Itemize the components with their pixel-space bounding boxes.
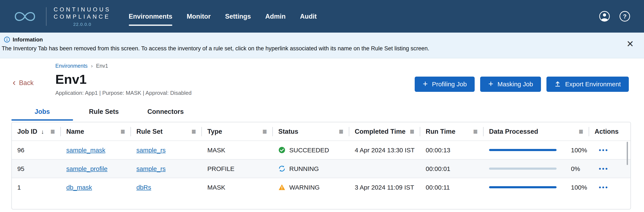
nav-item-monitor[interactable]: Monitor bbox=[187, 10, 211, 23]
rule-set-link[interactable]: sample_rs bbox=[136, 165, 166, 172]
export-environment-button[interactable]: Export Environment bbox=[547, 76, 629, 92]
row-actions-menu-button[interactable]: ••• bbox=[599, 165, 609, 172]
close-icon[interactable]: ✕ bbox=[626, 39, 634, 48]
tab-rule-sets[interactable]: Rule Sets bbox=[73, 105, 135, 121]
progress-bar bbox=[489, 186, 556, 188]
rule-set-link[interactable]: sample_rs bbox=[136, 146, 166, 154]
status-label: RUNNING bbox=[289, 165, 319, 172]
completed-time-cell: 4 Apr 2024 13:30 IST bbox=[349, 146, 420, 154]
table-row: 95 sample_profile sample_rs PROFILE RUNN… bbox=[12, 159, 630, 178]
plus-icon: + bbox=[423, 79, 428, 88]
column-header-data-processed[interactable]: Data Processed ≡ bbox=[484, 122, 589, 141]
type-cell: MASK bbox=[202, 146, 273, 154]
column-label: Job ID bbox=[17, 128, 37, 135]
column-menu-icon[interactable]: ≡ bbox=[262, 128, 267, 135]
row-actions-menu-button[interactable]: ••• bbox=[599, 147, 609, 153]
profiling-job-button[interactable]: + Profiling Job bbox=[415, 76, 475, 92]
upload-icon bbox=[555, 81, 561, 87]
column-header-run-time[interactable]: Run Time ≡ bbox=[420, 122, 484, 141]
info-icon bbox=[4, 36, 10, 43]
back-label: Back bbox=[19, 79, 34, 86]
progress-track bbox=[489, 149, 556, 151]
column-label: Run Time bbox=[426, 128, 456, 135]
column-label: Name bbox=[66, 128, 84, 135]
progress-label: 100% bbox=[571, 146, 587, 154]
brand: CONTINUOUS COMPLIANCE 22.0.0.0 bbox=[13, 6, 111, 27]
column-header-name[interactable]: Name ≡ bbox=[61, 122, 131, 141]
title-block: Env1 Application: App1 | Purpose: MASK |… bbox=[55, 72, 192, 96]
chevron-right-icon: › bbox=[91, 63, 93, 69]
type-cell: PROFILE bbox=[202, 165, 273, 172]
tab-jobs[interactable]: Jobs bbox=[12, 105, 73, 121]
vertical-scrollbar-thumb[interactable] bbox=[627, 142, 628, 165]
masking-job-button[interactable]: + Masking Job bbox=[480, 76, 541, 92]
nav-item-admin[interactable]: Admin bbox=[265, 10, 286, 23]
column-label: Completed Time bbox=[355, 128, 406, 135]
masking-job-label: Masking Job bbox=[498, 80, 533, 88]
run-time-cell: 00:00:13 bbox=[420, 146, 484, 154]
job-id-cell: 1 bbox=[12, 184, 61, 191]
column-header-rule-set[interactable]: Rule Set ≡ bbox=[131, 122, 202, 141]
user-avatar-icon[interactable] bbox=[599, 11, 610, 22]
app-window: CONTINUOUS COMPLIANCE 22.0.0.0 Environme… bbox=[0, 0, 644, 212]
tab-connectors[interactable]: Connectors bbox=[135, 105, 196, 121]
column-menu-icon[interactable]: ≡ bbox=[410, 128, 414, 135]
page-subtitle: Application: App1 | Purpose: MASK | Appr… bbox=[55, 90, 192, 96]
version-text: 22.0.0.0 bbox=[54, 22, 111, 27]
data-processed-cell: 100% bbox=[484, 146, 589, 154]
column-header-type[interactable]: Type ≡ bbox=[202, 122, 273, 141]
run-time-cell: 00:00:01 bbox=[420, 165, 484, 172]
job-name-link[interactable]: db_mask bbox=[66, 184, 92, 191]
progress-label: 100% bbox=[571, 184, 587, 191]
column-menu-icon[interactable]: ≡ bbox=[120, 128, 125, 135]
type-cell: MASK bbox=[202, 184, 273, 191]
nav-item-settings[interactable]: Settings bbox=[225, 10, 251, 23]
data-processed-cell: 0% bbox=[484, 165, 589, 172]
back-button[interactable]: ‹ Back bbox=[13, 79, 34, 87]
column-label: Status bbox=[278, 128, 298, 135]
row-actions-menu-button[interactable]: ••• bbox=[599, 184, 609, 190]
status-label: WARNING bbox=[289, 184, 320, 191]
navbar-right: ? bbox=[599, 11, 630, 22]
status-cell: SUCCEEDED bbox=[273, 146, 349, 154]
progress-track bbox=[489, 186, 556, 188]
tab-bar: Jobs Rule Sets Connectors bbox=[12, 105, 644, 121]
column-header-job-id[interactable]: Job ID ↓ ≡ bbox=[12, 122, 61, 141]
column-label: Rule Set bbox=[136, 128, 162, 135]
progress-bar bbox=[489, 149, 556, 151]
job-name-link[interactable]: sample_mask bbox=[66, 146, 105, 154]
breadcrumb-link-environments[interactable]: Environments bbox=[55, 63, 88, 69]
column-label: Actions bbox=[594, 128, 619, 135]
run-time-cell: 00:00:11 bbox=[420, 184, 484, 191]
column-menu-icon[interactable]: ≡ bbox=[579, 128, 583, 135]
status-cell: WARNING bbox=[273, 184, 349, 191]
jobs-table: Job ID ↓ ≡ Name ≡ Rule Set ≡ Type ≡ bbox=[12, 122, 631, 209]
sort-descending-icon[interactable]: ↓ bbox=[41, 128, 44, 135]
column-menu-icon[interactable]: ≡ bbox=[192, 128, 196, 135]
breadcrumb-current: Env1 bbox=[96, 63, 108, 69]
column-label: Type bbox=[207, 128, 222, 135]
data-processed-cell: 100% bbox=[484, 184, 589, 191]
rule-set-link[interactable]: dbRs bbox=[136, 184, 151, 191]
column-menu-icon[interactable]: ≡ bbox=[473, 128, 478, 135]
table-row: 1 db_mask dbRs MASK WARNING 3 Apr 2024 1… bbox=[12, 178, 630, 196]
page-title: Env1 bbox=[55, 72, 192, 87]
delphix-logo-icon bbox=[13, 8, 39, 24]
job-id-cell: 95 bbox=[12, 165, 61, 172]
column-header-status[interactable]: Status ≡ bbox=[273, 122, 349, 141]
column-menu-icon[interactable]: ≡ bbox=[339, 128, 343, 135]
export-environment-label: Export Environment bbox=[565, 80, 621, 88]
column-header-completed-time[interactable]: Completed Time ≡ bbox=[349, 122, 420, 141]
column-header-actions: Actions bbox=[589, 122, 630, 141]
plus-icon: + bbox=[488, 79, 493, 88]
running-refresh-icon bbox=[278, 165, 286, 172]
title-row: Env1 Application: App1 | Purpose: MASK |… bbox=[55, 72, 629, 96]
table-header-row: Job ID ↓ ≡ Name ≡ Rule Set ≡ Type ≡ bbox=[12, 122, 630, 141]
header-actions: + Profiling Job + Masking Job Export Env… bbox=[415, 76, 629, 92]
job-name-link[interactable]: sample_profile bbox=[66, 165, 108, 172]
help-icon[interactable]: ? bbox=[619, 11, 630, 22]
banner-message: The Inventory Tab has been removed from … bbox=[2, 45, 614, 52]
nav-item-audit[interactable]: Audit bbox=[300, 10, 317, 23]
column-menu-icon[interactable]: ≡ bbox=[50, 128, 55, 135]
nav-item-environments[interactable]: Environments bbox=[129, 10, 172, 23]
